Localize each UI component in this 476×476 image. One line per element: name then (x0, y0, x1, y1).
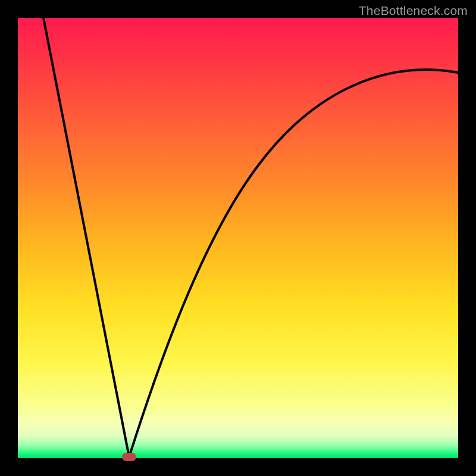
curve-left-branch (43, 18, 129, 457)
bottleneck-curve (18, 18, 458, 458)
watermark-text: TheBottleneck.com (359, 4, 468, 18)
curve-right-branch (129, 70, 458, 457)
chart-frame: TheBottleneck.com (0, 0, 476, 476)
plot-area (18, 18, 458, 458)
min-marker (122, 453, 136, 461)
